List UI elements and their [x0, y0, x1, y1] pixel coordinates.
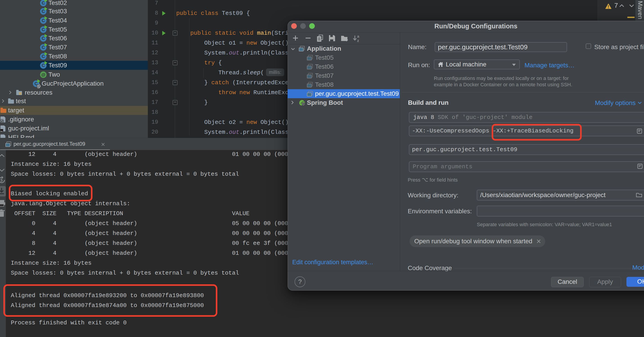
svg-text:z: z — [357, 39, 359, 42]
svg-text:a: a — [357, 35, 359, 39]
svg-text:$: $ — [0, 178, 3, 182]
